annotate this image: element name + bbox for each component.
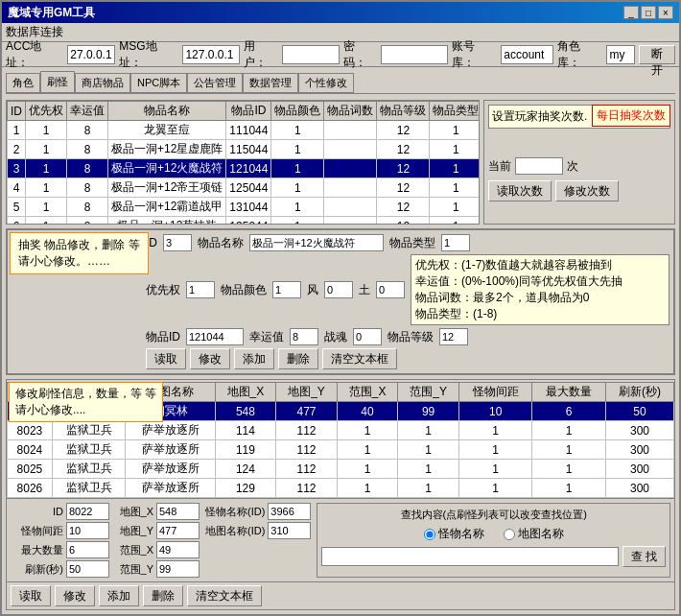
minimize-btn[interactable]: _ — [623, 6, 639, 19]
tab-personal[interactable]: 个性修改 — [298, 73, 354, 93]
search-input[interactable] — [321, 547, 618, 566]
wind-input[interactable] — [324, 281, 353, 298]
hint-line3: 物品词数：最多2个，道具物品为0 — [415, 290, 665, 306]
table-row-selected[interactable]: 3 1 8 极品一洞+12火魔战符 121044 1 12 1 0 0 0 — [8, 159, 481, 178]
mcol-refresh: 刷新(秒) — [605, 383, 673, 402]
mf-mapnameid-row: 地图名称(ID) — [205, 522, 311, 539]
mf-dist-row: 怪物间距 — [11, 522, 109, 539]
mf-max-input[interactable] — [66, 541, 109, 558]
mcol-max: 最大数量 — [532, 383, 606, 402]
maximize-btn[interactable]: □ — [641, 6, 656, 19]
name-input[interactable] — [249, 234, 384, 251]
db-input[interactable] — [501, 45, 553, 64]
tab-role[interactable]: 角色 — [6, 73, 40, 93]
mf-rangex-input[interactable] — [156, 541, 200, 558]
monster-row[interactable]: 8024监狱卫兵萨举放逐所 1191121 111300 — [8, 440, 674, 460]
search-radio-row: 怪物名称 地图名称 — [321, 526, 666, 542]
mcol-dist: 怪物间距 — [458, 383, 532, 402]
item-section: ID 优先权 幸运值 物品名称 物品ID 物品颜色 物品词数 物品等级 物品类型… — [6, 100, 675, 225]
mf-rangex-label: 范围_X — [115, 543, 153, 557]
hint-box: 优先权：(1-7)数值越大就越容易被抽到 幸运值：(0%-100%)同等优先权值… — [411, 254, 669, 325]
mf-rangey-input[interactable] — [156, 560, 200, 578]
col-luck: 幸运值 — [67, 102, 108, 121]
mf-mname-label: 怪物名称(ID) — [205, 505, 265, 519]
item-clear-btn[interactable]: 清空文本框 — [322, 348, 397, 369]
table-row[interactable]: 618 极品一洞+12葱技装1350441 121 000 — [8, 217, 481, 225]
mf-dist-input[interactable] — [66, 522, 109, 539]
role-input[interactable] — [606, 45, 635, 64]
hint-line2: 幸运值：(0%-100%)同等优先权值大先抽 — [415, 273, 665, 290]
item-table-wrap: ID 优先权 幸运值 物品名称 物品ID 物品颜色 物品词数 物品等级 物品类型… — [6, 100, 480, 225]
mf-dist-label: 怪物间距 — [11, 524, 63, 538]
item-modify-btn[interactable]: 修改 — [190, 348, 230, 369]
close-btn[interactable]: × — [658, 6, 673, 19]
lottery-panel: 设置玩家抽奖次数. 每日抽奖次数 当前 次 读取次数 修改次数 — [483, 100, 675, 225]
msg-input[interactable] — [182, 45, 240, 64]
mf-mname-row: 怪物名称(ID) — [205, 503, 311, 520]
mf-rangey-row: 范围_Y — [115, 560, 200, 578]
mf-id-input[interactable] — [66, 503, 109, 520]
tab-monster[interactable]: 刷怪 — [40, 71, 75, 93]
id-input[interactable] — [163, 234, 192, 251]
monster-delete-btn[interactable]: 删除 — [143, 585, 183, 606]
item-form-btns: 读取 修改 添加 删除 清空文本框 — [146, 348, 669, 369]
lottery-current-row: 当前 次 — [488, 157, 670, 175]
col-level: 物品等级 — [377, 102, 430, 121]
color-input[interactable] — [272, 281, 301, 298]
lottery-current-input[interactable] — [515, 157, 563, 175]
soul-input[interactable] — [353, 328, 382, 345]
monster-clear-btn[interactable]: 清空文本框 — [187, 585, 262, 606]
toolbar: ACC地址： MSG地址： 用户： 密码： 账号库： 角色库： 断开 — [2, 42, 679, 67]
monster-btn-row: 读取 修改 添加 删除 清空文本框 — [7, 581, 674, 609]
monster-row[interactable]: 8025监狱卫兵萨举放逐所 1241121 111300 — [8, 460, 674, 479]
monster-row[interactable]: 8023监狱卫兵萨举放逐所 1141121 111300 — [8, 421, 674, 440]
table-row[interactable]: 418 极品一洞+12帝王项链1250441 121 000 — [8, 178, 481, 198]
wind-label: 风 — [307, 282, 318, 298]
main-window: 魔域专用GM工具 _ □ × 数据库连接 ACC地址： MSG地址： 用户： 密… — [0, 0, 681, 616]
mf-refresh-input[interactable] — [66, 560, 109, 578]
tab-data[interactable]: 数据管理 — [243, 73, 298, 93]
monster-section: 修改刷怪信息，数量，等 等 请小心修改.... ID 怪物名称 地图名称 地图_… — [6, 379, 675, 610]
current-label: 当前 — [488, 158, 511, 175]
type-input[interactable] — [441, 234, 470, 251]
user-input[interactable] — [282, 45, 340, 64]
item-delete-btn[interactable]: 删除 — [278, 348, 318, 369]
mf-mapnameid-input[interactable] — [268, 522, 311, 539]
monster-popup-line2: 请小心修改.... — [15, 402, 156, 418]
luck-input[interactable] — [290, 328, 318, 345]
col-id: ID — [8, 102, 26, 121]
earth-input[interactable] — [376, 281, 405, 298]
tab-npc[interactable]: NPC脚本 — [130, 73, 187, 93]
radio-monster[interactable] — [424, 529, 435, 540]
search-btn[interactable]: 查 找 — [622, 546, 666, 567]
item-id-input[interactable] — [186, 328, 244, 345]
table-row[interactable]: 518 极品一洞+12霸道战甲1310441 121 000 — [8, 198, 481, 217]
pass-input[interactable] — [381, 45, 448, 64]
mf-mapy-input[interactable] — [156, 522, 200, 539]
mf-mapx-input[interactable] — [156, 503, 200, 520]
acc-input[interactable] — [67, 45, 115, 64]
tab-announcement[interactable]: 公告管理 — [187, 73, 243, 93]
radio-map[interactable] — [504, 529, 515, 540]
monster-row[interactable]: 8026监狱卫兵萨举放逐所 1291121 111300 — [8, 479, 674, 498]
monster-modify-btn[interactable]: 修改 — [55, 585, 95, 606]
item-read-btn[interactable]: 读取 — [146, 348, 186, 369]
luck-label: 幸运值 — [249, 329, 284, 345]
lottery-modify-btn[interactable]: 修改次数 — [555, 180, 619, 201]
monster-popup-line1: 修改刷怪信息，数量，等 等 — [15, 386, 156, 402]
popup-line1: 抽奖 物品修改，删除 等 — [18, 237, 140, 253]
table-row[interactable]: 218 极品一洞+12星虚鹿阵1150441 121 000 — [8, 140, 481, 159]
lottery-read-btn[interactable]: 读取次数 — [488, 180, 552, 201]
level-input[interactable] — [439, 328, 468, 345]
disconnect-btn[interactable]: 断开 — [639, 45, 675, 64]
mf-refresh-label: 刷新(秒) — [11, 562, 63, 577]
table-row[interactable]: 118 龙翼至痘1110441 121 000 — [8, 121, 481, 140]
mf-mname-input[interactable] — [268, 503, 311, 520]
popup-line2: 请小心修改。…… — [18, 253, 140, 270]
priority-input[interactable] — [186, 281, 215, 298]
tab-shop[interactable]: 商店物品 — [75, 73, 130, 93]
mf-rangex-row: 范围_X — [115, 541, 200, 558]
monster-add-btn[interactable]: 添加 — [99, 585, 139, 606]
monster-read-btn[interactable]: 读取 — [11, 585, 51, 606]
item-add-btn[interactable]: 添加 — [234, 348, 274, 369]
